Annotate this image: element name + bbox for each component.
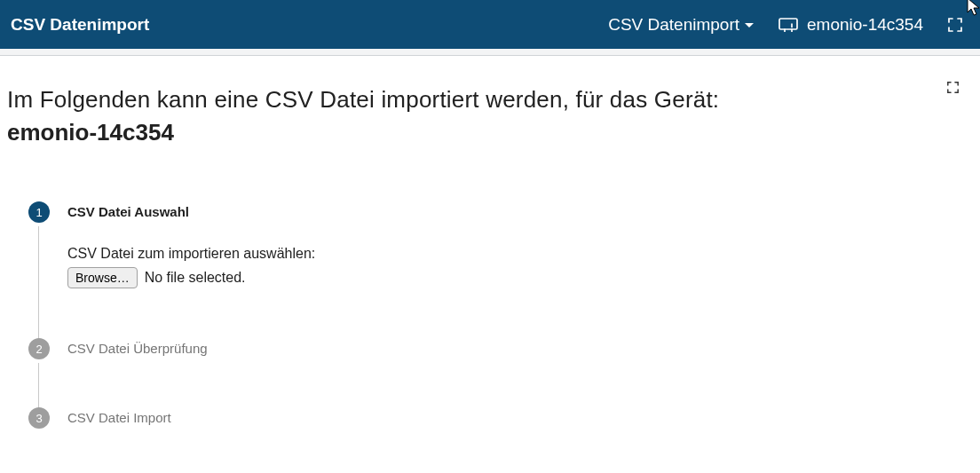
step-number-badge: 1: [28, 201, 50, 223]
intro-device-name: emonio-14c354: [7, 119, 973, 146]
step-number-badge: 3: [28, 407, 50, 429]
step-3-label: CSV Datei Import: [67, 407, 973, 429]
view-dropdown[interactable]: CSV Datenimport: [608, 15, 754, 35]
device-link[interactable]: emonio-14c354: [778, 15, 923, 35]
app-header: CSV Datenimport CSV Datenimport emonio-1…: [0, 0, 980, 49]
panel-fullscreen-icon[interactable]: [947, 81, 959, 97]
content-area: Im Folgenden kann eine CSV Datei importi…: [0, 56, 980, 429]
chevron-down-icon: [745, 23, 754, 28]
step-1-body: CSV Datei zum importieren auswählen: Bro…: [67, 246, 973, 288]
fullscreen-icon[interactable]: [948, 18, 962, 32]
file-status-text: No file selected.: [145, 270, 246, 286]
step-1: 1 CSV Datei Auswahl CSV Datei zum import…: [28, 201, 973, 338]
header-actions: CSV Datenimport emonio-14c354: [608, 15, 962, 35]
step-2[interactable]: 2 CSV Datei Überprüfung: [28, 338, 973, 407]
step-1-label: CSV Datei Auswahl: [67, 201, 973, 223]
device-icon: [778, 18, 798, 32]
step-number-badge: 2: [28, 338, 50, 359]
page-title: CSV Datenimport: [11, 15, 149, 35]
sub-bar: [0, 49, 980, 56]
device-link-label: emonio-14c354: [807, 15, 923, 35]
file-input-row: Browse… No file selected.: [67, 267, 973, 288]
import-stepper: 1 CSV Datei Auswahl CSV Datei zum import…: [28, 201, 973, 429]
step-2-label: CSV Datei Überprüfung: [67, 338, 973, 359]
intro-text: Im Folgenden kann eine CSV Datei importi…: [7, 84, 973, 115]
svg-rect-0: [779, 19, 797, 29]
step-3[interactable]: 3 CSV Datei Import: [28, 407, 973, 429]
browse-button[interactable]: Browse…: [67, 267, 138, 288]
file-prompt: CSV Datei zum importieren auswählen:: [67, 246, 973, 262]
view-dropdown-label: CSV Datenimport: [608, 15, 739, 35]
